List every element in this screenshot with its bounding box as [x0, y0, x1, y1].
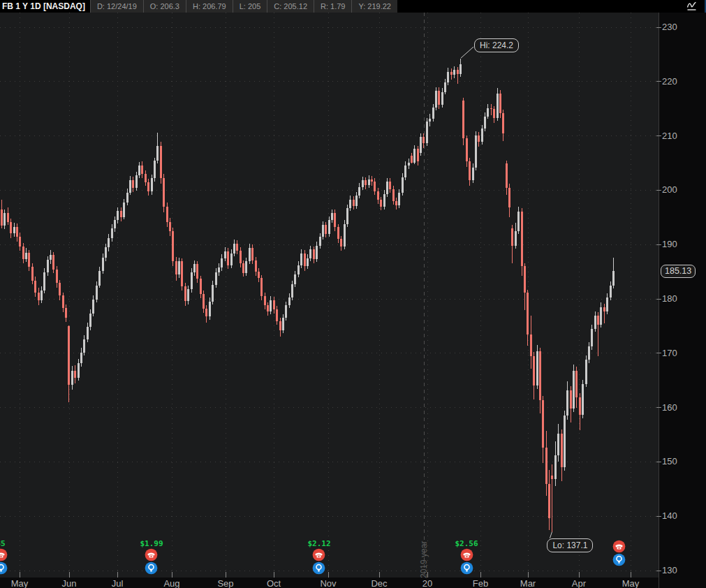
eps-value: 85	[0, 540, 15, 548]
price-axis-label: 160	[662, 402, 677, 413]
open-field: O: 206.3	[143, 0, 186, 13]
month-axis-label: Aug	[163, 579, 179, 588]
month-axis-label: 20	[422, 579, 432, 588]
price-axis-label: 210	[662, 131, 677, 142]
conference-call-icon[interactable]	[612, 540, 626, 553]
lightbulb-icon[interactable]	[145, 561, 158, 575]
line-chart-icon[interactable]	[686, 1, 698, 12]
lightbulb-icon[interactable]	[612, 553, 626, 566]
month-axis-label: Nov	[320, 579, 336, 588]
earnings-marker[interactable]	[605, 540, 633, 566]
price-axis-label: 200	[662, 184, 677, 196]
conference-call-icon[interactable]	[145, 548, 158, 561]
month-axis-label: Oct	[267, 579, 281, 588]
month-axis-label: May	[622, 579, 640, 588]
chart-canvas[interactable]	[0, 13, 706, 588]
eps-value: $2.12	[305, 540, 333, 548]
earnings-marker[interactable]: 85	[0, 540, 15, 575]
conference-call-icon[interactable]	[460, 548, 473, 561]
date-field: D: 12/24/19	[90, 0, 143, 13]
price-axis-label: 220	[662, 76, 677, 87]
earnings-marker[interactable]: $1.99	[138, 540, 166, 575]
month-axis-label: Jun	[62, 579, 77, 588]
yield-field: Y: 219.22	[351, 0, 397, 13]
lightbulb-icon[interactable]	[0, 561, 8, 575]
price-axis-label: 170	[662, 348, 677, 359]
price-axis-label: 140	[662, 510, 677, 522]
price-axis-label: 130	[662, 565, 677, 576]
year-divider-label: 2019 year	[419, 522, 429, 578]
hi-annotation: Hi: 224.2	[474, 38, 519, 52]
month-axis-label: Jul	[112, 579, 124, 588]
range-field: R: 1.79	[314, 0, 351, 13]
price-axis-label: 230	[662, 22, 677, 33]
month-axis-label: Feb	[473, 579, 488, 588]
conference-call-icon[interactable]	[0, 548, 8, 561]
candlestick-chart[interactable]: facebook 2302202102001901801701601501401…	[0, 13, 706, 588]
price-axis-label: 190	[662, 239, 677, 250]
price-axis-label: 150	[662, 456, 677, 467]
lo-annotation: Lo: 137.1	[547, 538, 593, 552]
month-axis-label: May	[11, 579, 29, 588]
month-axis-label: Apr	[572, 579, 586, 588]
conference-call-icon[interactable]	[312, 548, 325, 561]
month-axis-label: Dec	[371, 579, 387, 588]
eps-value: $2.56	[453, 540, 480, 548]
price-axis-label: 180	[662, 293, 677, 304]
ohlc-status-bar: FB 1 Y 1D [NASDAQ] D: 12/24/19 O: 206.3 …	[0, 0, 706, 13]
high-field: H: 206.79	[186, 0, 233, 13]
lightbulb-icon[interactable]	[460, 561, 473, 575]
earnings-marker[interactable]: $2.12	[305, 540, 333, 575]
lightbulb-icon[interactable]	[312, 561, 325, 575]
last-price-label: 185.13	[661, 265, 696, 278]
close-field: C: 205.12	[267, 0, 314, 13]
earnings-marker[interactable]: $2.56	[453, 540, 480, 575]
month-axis-label: Mar	[520, 579, 536, 588]
low-field: L: 205	[233, 0, 267, 13]
symbol-label: FB 1 Y 1D [NASDAQ]	[0, 0, 90, 13]
month-axis-label: Sep	[217, 579, 233, 588]
topbar-spacer	[397, 0, 686, 13]
eps-value: $1.99	[138, 540, 166, 548]
